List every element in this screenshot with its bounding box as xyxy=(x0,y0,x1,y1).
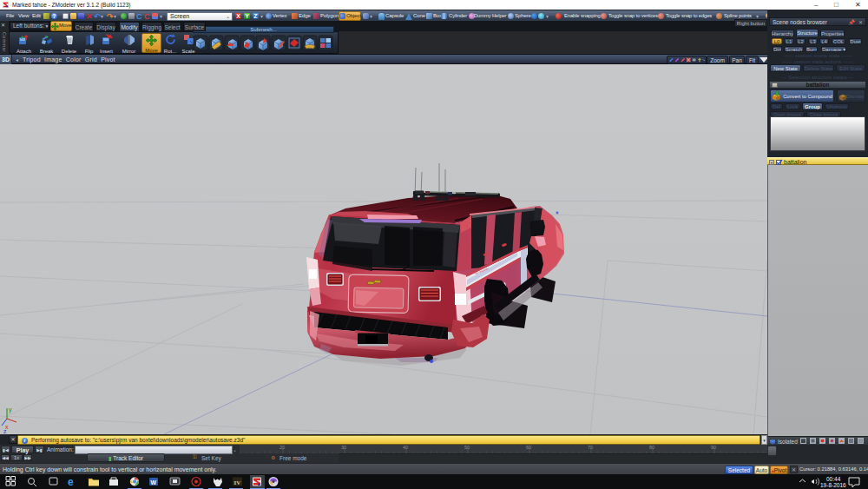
svg-text:19-8-2016: 19-8-2016 xyxy=(820,482,846,488)
svg-text:20: 20 xyxy=(279,445,285,450)
svg-text:y: y xyxy=(9,406,12,413)
svg-text:50: 50 xyxy=(464,445,470,450)
svg-text:00:44: 00:44 xyxy=(826,476,841,482)
svg-text:70: 70 xyxy=(588,445,593,450)
svg-text:80: 80 xyxy=(649,445,654,450)
svg-text:IV: IV xyxy=(234,479,241,486)
svg-text:e: e xyxy=(68,476,74,488)
svg-text:90: 90 xyxy=(711,445,716,450)
svg-text:z: z xyxy=(3,428,7,434)
svg-text:W: W xyxy=(151,479,157,486)
svg-text:60: 60 xyxy=(526,445,531,450)
svg-text:40: 40 xyxy=(403,445,408,450)
svg-text:30: 30 xyxy=(341,445,346,450)
